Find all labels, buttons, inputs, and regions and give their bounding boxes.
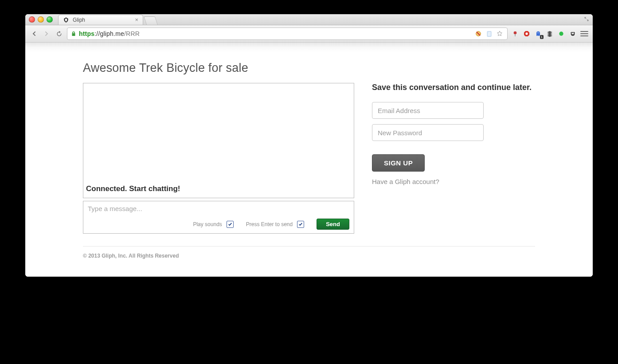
titlebar: Gliph × (25, 14, 593, 25)
chat-column: Connected. Start chatting! Play sounds P… (83, 83, 354, 234)
svg-point-6 (537, 32, 538, 33)
forward-button[interactable] (42, 29, 51, 38)
close-tab-icon[interactable]: × (135, 17, 138, 23)
press-enter-checkbox[interactable] (297, 221, 304, 228)
blocked-cookie-icon[interactable] (474, 30, 482, 38)
signup-heading: Save this conversation and continue late… (372, 83, 535, 92)
compose-box: Play sounds Press Enter to send Send (83, 201, 354, 234)
password-field[interactable] (372, 124, 484, 141)
browser-window: Gliph × https://gliph.me/RRR (25, 14, 593, 277)
url-scheme: https (79, 30, 94, 37)
page-icon[interactable] (485, 30, 493, 38)
send-button[interactable]: Send (317, 219, 349, 230)
extension-green-dot-icon[interactable] (557, 30, 565, 38)
chat-status-text: Connected. Start chatting! (86, 184, 180, 193)
compose-options: Play sounds Press Enter to send Send (83, 216, 354, 233)
footer-copyright: © 2013 Gliph, Inc. All Rights Reserved (83, 253, 535, 259)
svg-point-2 (514, 31, 517, 35)
toolbar-shadow (25, 43, 593, 52)
signup-column: Save this conversation and continue late… (372, 83, 535, 185)
extension-ghost-icon[interactable]: 1 (534, 30, 542, 38)
press-enter-label: Press Enter to send (246, 221, 293, 227)
window-controls (29, 16, 53, 23)
lock-icon (71, 31, 76, 37)
omnibox-actions (474, 30, 504, 38)
svg-point-5 (525, 32, 528, 35)
url-host: ://gliph.me (94, 30, 124, 37)
play-sounds-checkbox[interactable] (227, 221, 234, 228)
chat-message-area: Connected. Start chatting! (83, 83, 354, 198)
browser-tab[interactable]: Gliph × (58, 15, 143, 25)
svg-rect-1 (487, 31, 491, 36)
extension-badge: 1 (540, 35, 544, 39)
browser-menu-button[interactable] (580, 31, 588, 36)
close-window-button[interactable] (29, 16, 35, 23)
have-account-link[interactable]: Have a Gliph account? (372, 178, 535, 185)
extension-buffer-icon[interactable] (546, 30, 554, 38)
extensions-row: 1 (511, 30, 588, 38)
extension-red-pin-icon[interactable] (511, 30, 519, 38)
bookmark-star-icon[interactable] (496, 30, 504, 38)
email-field[interactable] (372, 102, 484, 119)
back-button[interactable] (30, 29, 39, 38)
footer-divider (83, 246, 535, 247)
message-input[interactable] (83, 201, 354, 216)
browser-toolbar: https://gliph.me/RRR 1 (25, 25, 593, 43)
zoom-window-button[interactable] (47, 16, 53, 23)
address-bar[interactable]: https://gliph.me/RRR (67, 27, 508, 40)
gliph-favicon-icon (63, 17, 69, 23)
minimize-window-button[interactable] (38, 16, 44, 23)
page-body: Awesome Trek Bicycle for sale Connected.… (25, 61, 593, 277)
new-tab-button[interactable] (144, 16, 158, 25)
fullscreen-icon[interactable] (584, 16, 589, 22)
url-path: /RRR (124, 30, 140, 37)
extension-pocket-icon[interactable] (569, 30, 577, 38)
play-sounds-label: Play sounds (193, 221, 222, 227)
url-text: https://gliph.me/RRR (79, 30, 140, 37)
svg-rect-3 (515, 34, 515, 36)
extension-adblock-icon[interactable] (523, 30, 531, 38)
signup-button[interactable]: SIGN UP (372, 154, 425, 172)
tab-title: Gliph (73, 17, 85, 23)
tab-strip: Gliph × (58, 15, 156, 25)
svg-point-7 (539, 32, 540, 33)
page-title: Awesome Trek Bicycle for sale (83, 61, 535, 75)
svg-point-8 (559, 31, 563, 35)
reload-button[interactable] (55, 29, 63, 38)
